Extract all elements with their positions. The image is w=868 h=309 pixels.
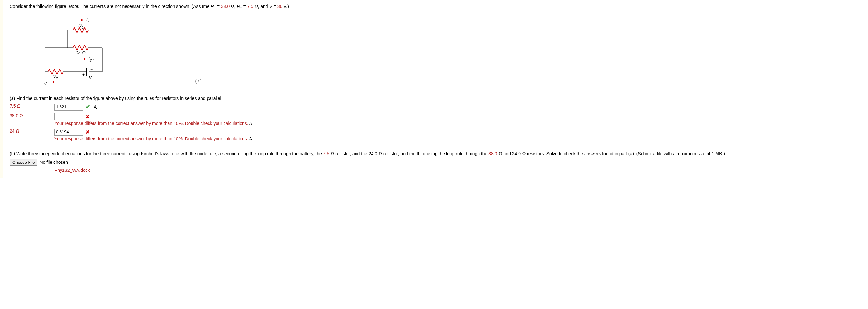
- part-a-label: (a) Find the current in each resistor of…: [10, 96, 862, 101]
- answer-row: 7.5 Ω ✔ A: [10, 104, 862, 111]
- label-i1: I1: [87, 17, 90, 23]
- row-label-38: 38.0 Ω: [10, 113, 55, 118]
- circuit-area: I1 R1 24 Ω I24 R2 I2 V + − i: [38, 16, 862, 86]
- r2-symbol: R: [237, 4, 240, 9]
- answer-row: 38.0 Ω ✘ Your response differs from the …: [10, 113, 862, 126]
- label-r1: R1: [79, 23, 84, 29]
- label-v: V: [89, 75, 92, 80]
- label-i24: I24: [88, 56, 94, 62]
- svg-marker-16: [81, 19, 83, 21]
- unit: A: [94, 105, 97, 110]
- battery-plus: +: [82, 73, 85, 77]
- r2-sub: 2: [240, 6, 242, 10]
- x-icon: ✘: [86, 130, 90, 135]
- choose-file-button[interactable]: Choose File: [10, 159, 37, 166]
- x-icon: ✘: [86, 114, 90, 119]
- answer-input-38[interactable]: [55, 113, 83, 120]
- label-i2: I2: [44, 80, 48, 86]
- ohm1: Ω,: [231, 4, 237, 9]
- problem-content: Consider the following figure. Note: The…: [3, 0, 868, 177]
- r1-symbol: R: [211, 4, 214, 9]
- eq2: =: [243, 4, 247, 9]
- r2-value: 7.5: [247, 4, 253, 9]
- intro-middle: The currents are not necessarily in the …: [81, 4, 211, 9]
- no-file-label: No file chosen: [39, 159, 68, 166]
- info-icon[interactable]: i: [195, 79, 201, 84]
- svg-marker-18: [84, 58, 86, 60]
- battery-minus: −: [90, 67, 93, 72]
- answer-row: 24 Ω ✘ Your response differs from the co…: [10, 129, 862, 141]
- eq3: =: [274, 4, 277, 9]
- intro-prefix: Consider the following figure.: [10, 4, 68, 9]
- r1-sub: 1: [214, 6, 216, 10]
- check-icon: ✔: [86, 104, 90, 110]
- file-upload-row: Choose File No file chosen: [10, 159, 862, 166]
- feedback-text: Your response differs from the correct a…: [55, 136, 862, 141]
- uploaded-file-name: Phy132_WA.docx: [55, 167, 862, 174]
- v-value: 36: [277, 4, 282, 9]
- left-strip: [0, 0, 3, 177]
- feedback-text: Your response differs from the correct a…: [55, 121, 862, 126]
- label-24ohm: 24 Ω: [76, 50, 86, 55]
- v-symbol: V: [269, 4, 272, 9]
- ohm2: Ω, and: [255, 4, 269, 9]
- answer-input-7-5[interactable]: [55, 104, 83, 111]
- row-label-24: 24 Ω: [10, 129, 55, 134]
- svg-marker-20: [52, 81, 54, 83]
- label-r2: R2: [53, 74, 58, 80]
- part-b: (b) Write three independent equations fo…: [10, 150, 862, 174]
- eq1: =: [217, 4, 221, 9]
- v-unit: V.): [283, 4, 289, 9]
- answer-input-24[interactable]: [55, 129, 83, 136]
- note-label: Note:: [68, 4, 79, 9]
- problem-intro: Consider the following figure. Note: The…: [10, 4, 862, 10]
- r1-value: 38.0: [221, 4, 230, 9]
- circuit-diagram: I1 R1 24 Ω I24 R2 I2 V + −: [38, 16, 112, 86]
- part-b-text: (b) Write three independent equations fo…: [10, 150, 862, 157]
- row-label-7-5: 7.5 Ω: [10, 104, 55, 109]
